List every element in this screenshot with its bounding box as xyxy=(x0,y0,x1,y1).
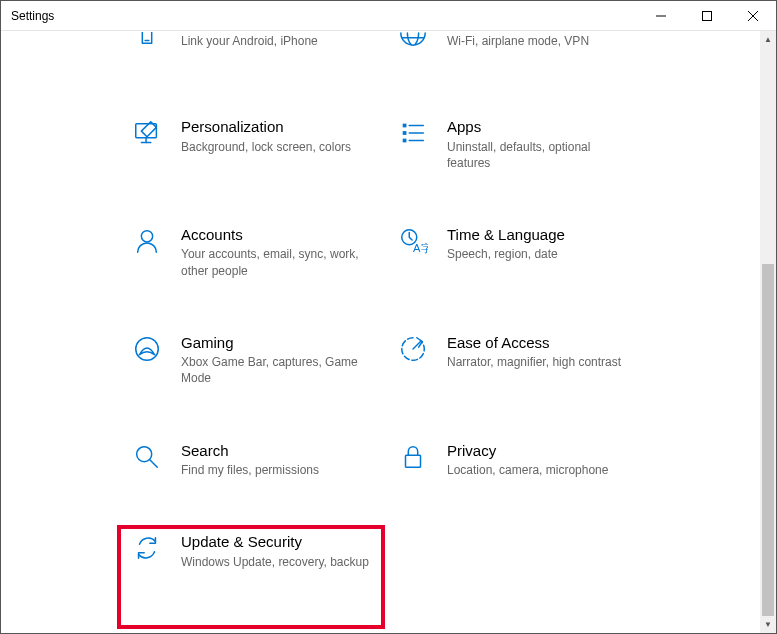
svg-rect-11 xyxy=(403,139,407,143)
tile-ease-of-access[interactable]: Ease of Access Narrator, magnifier, high… xyxy=(397,333,663,387)
globe-icon xyxy=(397,31,429,63)
window-title: Settings xyxy=(11,9,54,23)
tile-title: Accounts xyxy=(181,225,371,245)
close-button[interactable] xyxy=(730,1,776,30)
tile-sub: Speech, region, date xyxy=(447,246,565,262)
update-icon xyxy=(131,532,163,564)
tile-personalization[interactable]: Personalization Background, lock screen,… xyxy=(131,117,397,171)
gaming-icon xyxy=(131,333,163,365)
tile-gaming[interactable]: Gaming Xbox Game Bar, captures, Game Mod… xyxy=(131,333,397,387)
time-language-icon: A字 xyxy=(397,225,429,257)
tile-network[interactable]: Wi-Fi, airplane mode, VPN xyxy=(397,31,663,63)
tile-title: Ease of Access xyxy=(447,333,621,353)
scrollbar[interactable]: ▲ ▼ xyxy=(759,31,776,633)
maximize-button[interactable] xyxy=(684,1,730,30)
tile-title: Privacy xyxy=(447,441,608,461)
svg-rect-7 xyxy=(403,124,407,128)
search-icon xyxy=(131,441,163,473)
tile-title: Update & Security xyxy=(181,532,369,552)
tile-apps[interactable]: Apps Uninstall, defaults, optional featu… xyxy=(397,117,663,171)
ease-of-access-icon xyxy=(397,333,429,365)
settings-home: Link your Android, iPhone Wi-Fi, airplan… xyxy=(1,31,758,633)
lock-icon xyxy=(397,441,429,473)
window-controls xyxy=(638,1,776,30)
svg-text:A字: A字 xyxy=(413,242,428,254)
scroll-thumb[interactable] xyxy=(762,264,774,616)
scroll-track[interactable] xyxy=(760,48,776,616)
tile-sub: Wi-Fi, airplane mode, VPN xyxy=(447,33,589,49)
tile-title: Gaming xyxy=(181,333,371,353)
minimize-button[interactable] xyxy=(638,1,684,30)
phone-icon xyxy=(131,31,163,63)
svg-point-13 xyxy=(141,231,152,242)
svg-rect-1 xyxy=(703,11,712,20)
tile-sub: Narrator, magnifier, high contrast xyxy=(447,354,621,370)
tile-title: Personalization xyxy=(181,117,351,137)
svg-line-18 xyxy=(150,459,158,467)
apps-icon xyxy=(397,117,429,149)
svg-point-16 xyxy=(136,338,159,361)
scroll-down-arrow[interactable]: ▼ xyxy=(760,616,777,633)
tile-sub: Link your Android, iPhone xyxy=(181,33,318,49)
tile-time-language[interactable]: A字 Time & Language Speech, region, date xyxy=(397,225,663,279)
tile-title: Time & Language xyxy=(447,225,565,245)
tile-sub: Background, lock screen, colors xyxy=(181,139,351,155)
tile-update-security[interactable]: Update & Security Windows Update, recove… xyxy=(131,532,397,570)
tile-sub: Windows Update, recovery, backup xyxy=(181,554,369,570)
personalization-icon xyxy=(131,117,163,149)
tile-privacy[interactable]: Privacy Location, camera, microphone xyxy=(397,441,663,479)
tile-sub: Find my files, permissions xyxy=(181,462,319,478)
tile-accounts[interactable]: Accounts Your accounts, email, sync, wor… xyxy=(131,225,397,279)
tile-title: Search xyxy=(181,441,319,461)
scroll-up-arrow[interactable]: ▲ xyxy=(760,31,777,48)
tile-search[interactable]: Search Find my files, permissions xyxy=(131,441,397,479)
svg-rect-19 xyxy=(406,455,421,467)
tile-sub: Location, camera, microphone xyxy=(447,462,608,478)
tile-sub: Xbox Game Bar, captures, Game Mode xyxy=(181,354,371,386)
accounts-icon xyxy=(131,225,163,257)
tile-phone[interactable]: Link your Android, iPhone xyxy=(131,31,397,63)
titlebar: Settings xyxy=(1,1,776,31)
tile-sub: Your accounts, email, sync, work, other … xyxy=(181,246,371,278)
tile-sub: Uninstall, defaults, optional features xyxy=(447,139,637,171)
svg-rect-9 xyxy=(403,131,407,135)
tile-title: Apps xyxy=(447,117,637,137)
